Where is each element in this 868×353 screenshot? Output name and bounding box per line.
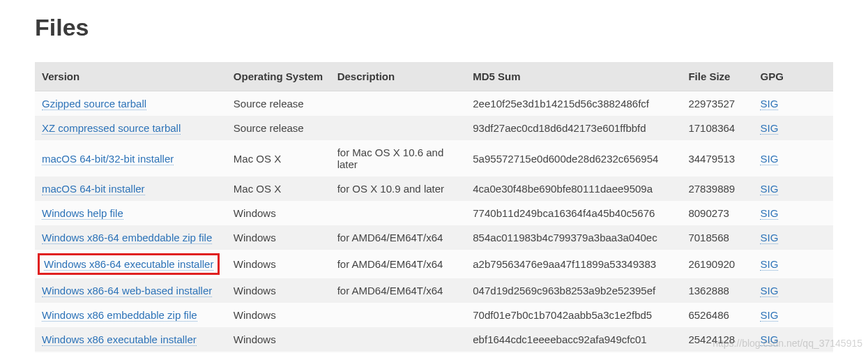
sig-link[interactable]: SIG: [760, 309, 778, 322]
cell-size: 22973527: [681, 91, 753, 117]
cell-desc: for AMD64/EM64T/x64: [330, 278, 466, 303]
table-row: Windows x86-64 web-based installerWindow…: [35, 278, 833, 303]
table-row: Windows x86 embeddable zip fileWindows70…: [35, 303, 833, 327]
sig-link[interactable]: SIG: [760, 207, 778, 220]
cell-md5: 047d19d2569c963b8253a9b2e52395ef: [466, 278, 681, 303]
sig-link[interactable]: SIG: [760, 285, 778, 297]
cell-size: 34479513: [681, 140, 753, 176]
cell-size: 1362888: [681, 278, 753, 303]
table-row: Windows x86 executable installerWindowse…: [35, 327, 833, 352]
cell-size: 25424128: [681, 327, 753, 352]
cell-desc: [330, 116, 466, 140]
cell-desc: for Mac OS X 10.6 and later: [330, 140, 466, 176]
cell-size: 26190920: [681, 250, 753, 278]
cell-md5: 7740b11d249bca16364f4a45b40c5676: [466, 201, 681, 225]
cell-md5: 5a95572715e0d600de28d6232c656954: [466, 140, 681, 176]
cell-desc: for OS X 10.9 and later: [330, 176, 466, 201]
cell-desc: [330, 201, 466, 225]
table-row: Gzipped source tarballSource release2ee1…: [35, 91, 833, 117]
cell-os: Source release: [227, 116, 330, 140]
table-row: macOS 64-bit installerMac OS Xfor OS X 1…: [35, 176, 833, 201]
sig-link[interactable]: SIG: [760, 333, 778, 346]
download-link[interactable]: Windows x86 executable installer: [42, 333, 197, 346]
col-size: File Size: [681, 62, 753, 91]
cell-md5: 4ca0e30f48be690bfe80111daee9509a: [466, 176, 681, 201]
cell-os: Source release: [227, 91, 330, 117]
cell-size: 27839889: [681, 176, 753, 201]
sig-link[interactable]: SIG: [760, 153, 778, 165]
files-table: Version Operating System Description MD5…: [35, 62, 833, 353]
cell-desc: [330, 303, 466, 327]
col-gpg: GPG: [753, 62, 833, 91]
sig-link[interactable]: SIG: [760, 122, 778, 135]
cell-md5: a2b79563476e9aa47f11899a53349383: [466, 250, 681, 278]
cell-md5: 2ee10f25e3d1b14215d56c3882486fcf: [466, 91, 681, 117]
col-md5: MD5 Sum: [466, 62, 681, 91]
cell-desc: [330, 327, 466, 352]
sig-link[interactable]: SIG: [760, 232, 778, 244]
table-row: XZ compressed source tarballSource relea…: [35, 116, 833, 140]
cell-desc: for AMD64/EM64T/x64: [330, 225, 466, 250]
table-row: Windows x86-64 embeddable zip fileWindow…: [35, 225, 833, 250]
download-link[interactable]: Gzipped source tarball: [42, 98, 146, 110]
download-link[interactable]: Windows help file: [42, 207, 123, 220]
download-link[interactable]: Windows x86-64 web-based installer: [42, 285, 212, 297]
cell-os: Windows: [227, 303, 330, 327]
cell-size: 6526486: [681, 303, 753, 327]
download-link[interactable]: Windows x86-64 embeddable zip file: [42, 232, 212, 244]
col-desc: Description: [330, 62, 466, 91]
cell-os: Windows: [227, 278, 330, 303]
cell-size: 8090273: [681, 201, 753, 225]
cell-md5: 93df27aec0cd18d6d42173e601ffbbfd: [466, 116, 681, 140]
cell-os: Windows: [227, 225, 330, 250]
download-link[interactable]: macOS 64-bit/32-bit installer: [42, 153, 174, 165]
cell-os: Mac OS X: [227, 140, 330, 176]
cell-os: Windows: [227, 201, 330, 225]
download-link[interactable]: Windows x86-64 executable installer: [44, 258, 213, 271]
cell-os: Mac OS X: [227, 176, 330, 201]
download-link[interactable]: Windows x86 embeddable zip file: [42, 309, 197, 322]
sig-link[interactable]: SIG: [760, 258, 778, 271]
sig-link[interactable]: SIG: [760, 98, 778, 110]
cell-desc: for AMD64/EM64T/x64: [330, 250, 466, 278]
table-row: macOS 64-bit/32-bit installerMac OS Xfor…: [35, 140, 833, 176]
sig-link[interactable]: SIG: [760, 183, 778, 195]
col-version: Version: [35, 62, 227, 91]
cell-md5: 70df01e7b0c1b7042aabb5a3c1e2fbd5: [466, 303, 681, 327]
download-link[interactable]: XZ compressed source tarball: [42, 122, 181, 135]
cell-size: 17108364: [681, 116, 753, 140]
cell-os: Windows: [227, 327, 330, 352]
table-row: Windows help fileWindows7740b11d249bca16…: [35, 201, 833, 225]
download-link[interactable]: macOS 64-bit installer: [42, 183, 145, 195]
cell-desc: [330, 91, 466, 117]
highlight-box: Windows x86-64 executable installer: [38, 253, 220, 275]
cell-size: 7018568: [681, 225, 753, 250]
table-row: Windows x86-64 executable installerWindo…: [35, 250, 833, 278]
cell-md5: 854ac011983b4c799379a3baa3a040ec: [466, 225, 681, 250]
cell-md5: ebf1644cdc1eeeebacc92afa949cfc01: [466, 327, 681, 352]
cell-os: Windows: [227, 250, 330, 278]
page-title: Files: [35, 14, 833, 41]
col-os: Operating System: [227, 62, 330, 91]
table-header-row: Version Operating System Description MD5…: [35, 62, 833, 91]
